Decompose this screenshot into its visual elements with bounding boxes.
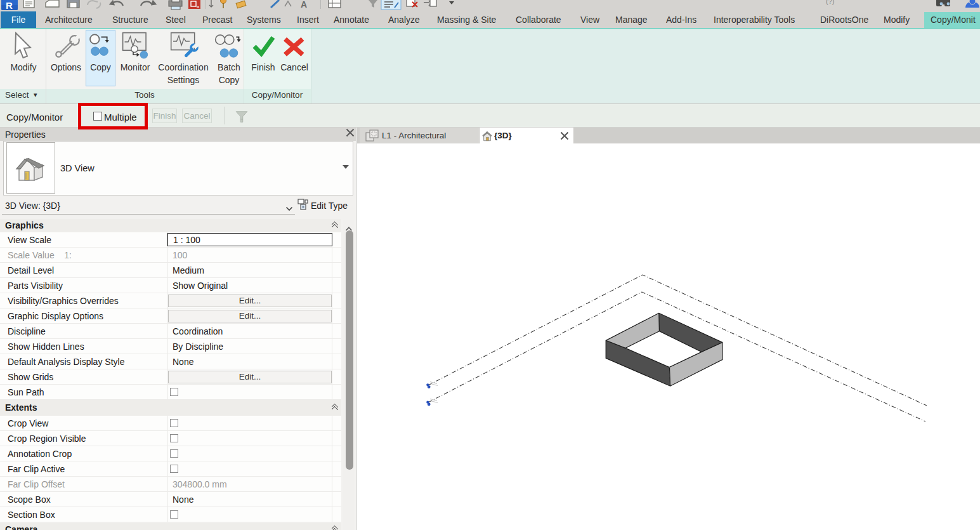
svg-text:A: A (301, 0, 307, 10)
svg-text:R: R (6, 0, 13, 11)
svg-text:(?): (?) (826, 0, 834, 5)
